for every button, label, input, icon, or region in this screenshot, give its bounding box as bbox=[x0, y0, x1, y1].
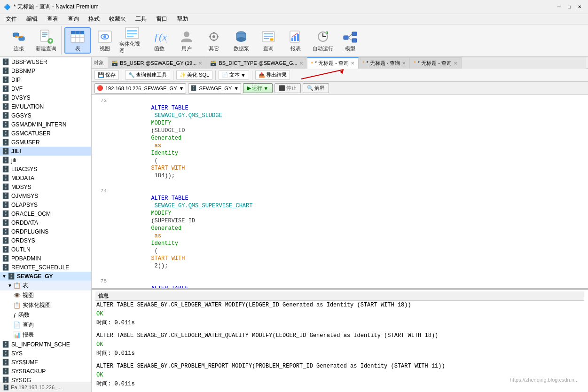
tab-close-icon[interactable]: ✕ bbox=[299, 61, 303, 66]
sidebar-item-olapsys[interactable]: 🗄️ OLAPSYS bbox=[0, 200, 91, 209]
tab-close-icon[interactable]: ✕ bbox=[402, 61, 406, 66]
schema-dropdown-icon: ▼ bbox=[234, 86, 239, 91]
save-button[interactable]: 💾 保存 bbox=[94, 70, 119, 80]
info-entry-1-timing: 时间: 0.011s bbox=[95, 319, 584, 328]
schema-selector[interactable]: 🗄️ SEWAGE_GY ▼ bbox=[188, 83, 241, 94]
datapump-button[interactable]: 数据泵 bbox=[228, 27, 254, 54]
menu-tools[interactable]: 工具 bbox=[132, 14, 150, 24]
tab-label: * 无标题 - 查询 bbox=[418, 60, 452, 67]
sidebar-item-oracle-ocm[interactable]: 🗄️ ORACLE_OCM bbox=[0, 209, 91, 218]
explain-button[interactable]: 🔍 解释 bbox=[303, 83, 329, 93]
function-button[interactable]: ƒ(x) 函数 bbox=[146, 27, 172, 54]
user-label: 用户 bbox=[181, 45, 192, 52]
sidebar-item-dbsfwuser[interactable]: 🗄️ DBSFWUSER bbox=[0, 57, 91, 66]
sidebar-item-emulation[interactable]: 🗄️ EMULATION bbox=[0, 102, 91, 111]
autorun-button[interactable]: 自动运行 bbox=[310, 27, 336, 54]
tab-close-icon[interactable]: ✕ bbox=[454, 61, 457, 66]
sidebar-label: 表 bbox=[23, 282, 28, 290]
obj-tab-query2[interactable]: * * 无标题 - 查询 ✕ bbox=[359, 57, 410, 69]
menu-edit[interactable]: 编辑 bbox=[23, 14, 41, 24]
connect-button[interactable]: 连接 bbox=[6, 27, 32, 54]
sidebar-item-function-sub[interactable]: ƒ 函数 bbox=[0, 310, 91, 320]
menu-format[interactable]: 格式 bbox=[85, 14, 103, 24]
sidebar-item-dip[interactable]: 🗄️ DIP bbox=[0, 75, 91, 84]
sidebar-item-gsmadmin[interactable]: 🗄️ GSMADMIN_INTERN bbox=[0, 120, 91, 129]
watermark: https://zhenqing.blog.csdn.n... bbox=[510, 377, 579, 383]
sidebar-item-ordsys[interactable]: 🗄️ ORDSYS bbox=[0, 236, 91, 245]
tab-close-icon[interactable]: ✕ bbox=[198, 61, 202, 66]
table-button[interactable]: 表 bbox=[64, 27, 91, 54]
tab-close-icon[interactable]: ✕ bbox=[351, 61, 354, 66]
svg-line-51 bbox=[301, 70, 344, 79]
sidebar-item-mdsys[interactable]: 🗄️ MDSYS bbox=[0, 182, 91, 191]
text-button[interactable]: 📄 文本 ▼ bbox=[219, 70, 249, 80]
close-button[interactable]: ✕ bbox=[575, 2, 584, 12]
query-button[interactable]: 查询 bbox=[255, 27, 282, 54]
svg-line-50 bbox=[348, 38, 352, 40]
tab-label: * 无标题 - 查询 bbox=[366, 60, 400, 67]
sidebar-item-gsmuser[interactable]: 🗄️ GSMUSER bbox=[0, 138, 91, 147]
info-entry-1-sql: ALTER TABLE SEWAGE_GY.CR_LEDGER_WATER MO… bbox=[95, 301, 584, 310]
sidebar-item-lbacsys[interactable]: 🗄️ LBACSYS bbox=[0, 165, 91, 173]
sidebar-item-dvf[interactable]: 🗄️ DVF bbox=[0, 84, 91, 93]
menu-favorites[interactable]: 收藏夹 bbox=[105, 14, 130, 24]
sidebar-item-orddata[interactable]: 🗄️ ORDDATA bbox=[0, 218, 91, 227]
sidebar-item-sys[interactable]: 🗄️ SYS bbox=[0, 349, 91, 358]
db-icon: 🗄️ bbox=[2, 130, 9, 137]
sidebar-item-jili-lower[interactable]: 🗄️ jili bbox=[0, 156, 91, 165]
obj-tab-bs-dict[interactable]: 🗃️ BS_DICT_TYPE @SEWAGE_G... ✕ bbox=[206, 57, 307, 69]
sidebar-item-ggsys[interactable]: 🗄️ GGSYS bbox=[0, 111, 91, 120]
sidebar-item-mv-sub[interactable]: 📋 实体化视图 bbox=[0, 300, 91, 310]
mv-label: 实体化视图 bbox=[119, 40, 145, 55]
user-button[interactable]: 用户 bbox=[173, 27, 200, 54]
materialized-view-button[interactable]: 实体化视图 bbox=[119, 27, 145, 54]
sql-editor[interactable]: 73 ALTER TABLE SEWAGE_GY.QMS_SLUDGE MODI… bbox=[92, 95, 588, 289]
explain-label: 解释 bbox=[314, 85, 325, 92]
sidebar-item-mddata[interactable]: 🗄️ MDDATA bbox=[0, 173, 91, 182]
sidebar-item-view-sub[interactable]: 👁️ 视图 bbox=[0, 290, 91, 300]
sidebar-item-dbsnmp[interactable]: 🗄️ DBSNMP bbox=[0, 66, 91, 75]
svg-rect-5 bbox=[40, 30, 49, 41]
sidebar-item-outln[interactable]: 🗄️ OUTLN bbox=[0, 245, 91, 254]
sidebar-item-sewage-gy[interactable]: ▼ 🗄️ SEWAGE_GY bbox=[0, 272, 91, 281]
conn-value: 192.168.10.226_SEWAGE_GY bbox=[105, 86, 177, 91]
sidebar-item-sysumf[interactable]: 🗄️ SYS$UMF bbox=[0, 358, 91, 367]
export-button[interactable]: 📤 导出结果 bbox=[255, 70, 290, 80]
new-query-button[interactable]: 新建查询 bbox=[33, 27, 59, 54]
menu-query[interactable]: 查询 bbox=[64, 14, 83, 24]
sidebar-item-dvsys[interactable]: 🗄️ DVSYS bbox=[0, 93, 91, 102]
table-sub-icon: 📋 bbox=[13, 282, 21, 289]
report-button[interactable]: 报表 bbox=[282, 27, 309, 54]
obj-tab-bs-user[interactable]: 🗃️ BS_USER @SEWAGE_GY (19... ✕ bbox=[108, 57, 206, 69]
model-button[interactable]: 模型 bbox=[337, 27, 363, 54]
connection-selector[interactable]: 🔴 192.168.10.226_SEWAGE_GY ▼ bbox=[94, 83, 186, 94]
view-button[interactable]: 视图 bbox=[92, 27, 118, 54]
run-button[interactable]: ▶ 运行 ▼ bbox=[243, 83, 273, 93]
sidebar-item-ojvmsys[interactable]: 🗄️ OJVMSYS bbox=[0, 191, 91, 200]
sidebar-item-pdbadmin[interactable]: 🗄️ PDBADMIN bbox=[0, 254, 91, 263]
menu-view[interactable]: 查看 bbox=[43, 14, 62, 24]
sidebar-item-sl-informtn[interactable]: 🗄️ SL_INFORMTN_SCHE bbox=[0, 340, 91, 349]
beautify-button[interactable]: ✨ 美化 SQL bbox=[176, 70, 212, 80]
minimize-button[interactable]: ─ bbox=[554, 2, 564, 12]
menu-help[interactable]: 帮助 bbox=[173, 14, 192, 24]
obj-tab-query1[interactable]: * * 无标题 - 查询 ✕ bbox=[307, 57, 359, 69]
sidebar-label: 函数 bbox=[18, 311, 30, 319]
obj-tab-query3[interactable]: * * 无标题 - 查询 ✕ bbox=[410, 57, 461, 69]
db-icon: 🗄️ bbox=[2, 201, 9, 208]
tab-label: BS_USER @SEWAGE_GY (19... bbox=[120, 60, 196, 66]
other-button[interactable]: 其它 bbox=[201, 27, 227, 54]
menu-window[interactable]: 窗口 bbox=[152, 14, 171, 24]
sidebar-item-query-sub[interactable]: 📄 查询 bbox=[0, 320, 91, 330]
sidebar-item-jili-upper[interactable]: 🗄️ JILI bbox=[0, 147, 91, 156]
sidebar-item-gsmcatuser[interactable]: 🗄️ GSMCATUSER bbox=[0, 129, 91, 138]
menu-file[interactable]: 文件 bbox=[2, 14, 21, 24]
sidebar-item-sysbackup[interactable]: 🗄️ SYSBACKUP bbox=[0, 367, 91, 376]
maximize-button[interactable]: □ bbox=[564, 2, 574, 12]
sidebar-item-table[interactable]: ▼ 📋 表 bbox=[0, 281, 91, 290]
sidebar-item-ordplugins[interactable]: 🗄️ ORDPLUGINS bbox=[0, 227, 91, 236]
sidebar-item-remote-schedule[interactable]: 🗄️ REMOTE_SCHEDULE bbox=[0, 263, 91, 272]
query-tool-button[interactable]: 🔧 查询创建工具 bbox=[125, 70, 170, 80]
sidebar-item-report-sub[interactable]: 📊 报表 bbox=[0, 330, 91, 340]
stop-button[interactable]: ⬛ 停止 bbox=[274, 83, 301, 93]
